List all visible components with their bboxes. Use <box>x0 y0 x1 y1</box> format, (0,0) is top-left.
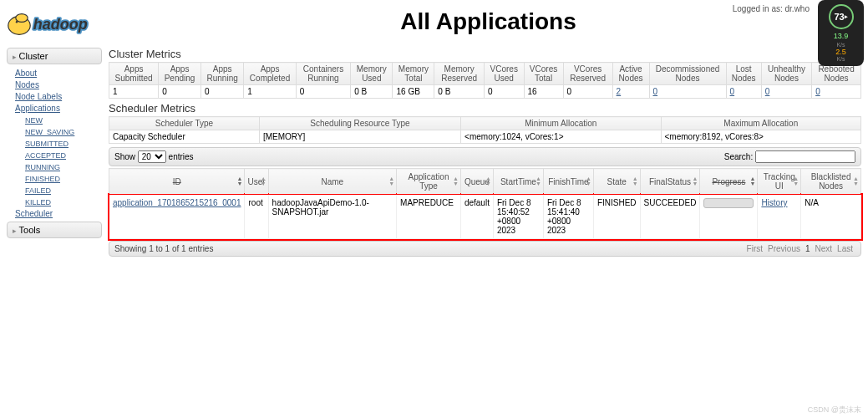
column-header[interactable]: State▲▼ <box>593 169 640 195</box>
datatable-controls: Show 20 entries Search: <box>109 147 861 166</box>
metric-header: VCores Used <box>484 63 524 85</box>
nav-node-labels[interactable]: Node Labels <box>15 91 94 103</box>
entries-label: entries <box>169 152 194 161</box>
metric-value[interactable]: 0 <box>726 85 761 99</box>
table-info: Showing 1 to 1 of 1 entries <box>114 244 213 253</box>
sidebar: Cluster About Nodes Node Labels Applicat… <box>0 46 109 257</box>
cell-state: FINISHED <box>593 195 640 239</box>
column-header[interactable]: ID▲▼ <box>109 169 245 195</box>
column-header[interactable]: Name▲▼ <box>268 169 396 195</box>
search-input[interactable] <box>755 150 855 163</box>
nav-nodes[interactable]: Nodes <box>15 79 94 91</box>
sched-header: Scheduler Type <box>109 117 260 130</box>
metric-value[interactable]: 2 <box>612 85 649 99</box>
progress-bar <box>703 198 754 208</box>
nav-state-killed[interactable]: KILLED <box>25 196 94 208</box>
app-id-link[interactable]: application_1701865215216_0001 <box>113 198 241 207</box>
metric-header: Memory Used <box>351 63 393 85</box>
metric-header: VCores Total <box>524 63 563 85</box>
nav-state-accepted[interactable]: ACCEPTED <box>25 150 94 161</box>
sched-value: [MEMORY] <box>259 130 460 144</box>
sched-value: Capacity Scheduler <box>109 130 260 144</box>
metric-value: 0 <box>484 85 524 99</box>
cluster-panel-head[interactable]: Cluster <box>7 48 102 64</box>
metric-value[interactable]: 0 <box>812 85 861 99</box>
cell-start: Fri Dec 8 15:40:52 +0800 2023 <box>493 195 543 239</box>
cell-final: SUCCEEDED <box>640 195 700 239</box>
cell-type: MAPREDUCE <box>397 195 461 239</box>
sched-value: <memory:1024, vCores:1> <box>461 130 661 144</box>
pager-next[interactable]: Next <box>815 244 833 253</box>
metric-header: Apps Pending <box>159 63 201 85</box>
metric-header: Lost Nodes <box>726 63 761 85</box>
page-length-select[interactable]: 20 <box>138 150 166 163</box>
metric-value: 0 B <box>351 85 393 99</box>
perf-widget: 73▸ 13.9K/s 2.5K/s <box>818 0 864 66</box>
scheduler-metrics-title: Scheduler Metrics <box>109 102 861 115</box>
nav-state-finished[interactable]: FINISHED <box>25 173 94 185</box>
login-status: Logged in as: dr.who <box>733 4 810 13</box>
svg-text:hadoop: hadoop <box>33 16 88 33</box>
pager-previous[interactable]: Previous <box>768 244 800 253</box>
sched-header: Scheduling Resource Type <box>259 117 460 130</box>
column-header[interactable]: Queue▲▼ <box>460 169 493 195</box>
sched-value: <memory:8192, vCores:8> <box>661 130 860 144</box>
metric-value[interactable]: 0 <box>649 85 726 99</box>
cluster-metrics-title: Cluster Metrics <box>109 48 861 60</box>
metric-header: Containers Running <box>296 63 350 85</box>
svg-point-2 <box>16 14 28 23</box>
cell-blacklisted: N/A <box>801 195 861 239</box>
cell-progress <box>700 195 758 239</box>
column-header[interactable]: FinalStatus▲▼ <box>640 169 700 195</box>
column-header[interactable]: FinishTime▲▼ <box>543 169 593 195</box>
cell-finish: Fri Dec 8 15:41:40 +0800 2023 <box>543 195 593 239</box>
column-header[interactable]: Progress▲▼ <box>700 169 758 195</box>
cell-name: hadoopJavaApiDemo-1.0-SNAPSHOT.jar <box>268 195 396 239</box>
sched-header: Maximum Allocation <box>661 117 860 130</box>
metric-header: Unhealthy Nodes <box>761 63 811 85</box>
nav-state-running[interactable]: RUNNING <box>25 161 94 173</box>
metric-value[interactable]: 0 <box>761 85 811 99</box>
column-header[interactable]: Application Type▲▼ <box>397 169 461 195</box>
table-row: application_1701865215216_0001 root hado… <box>109 195 861 239</box>
column-header[interactable]: Tracking UI▲▼ <box>758 169 801 195</box>
metric-value: 16 <box>524 85 563 99</box>
cell-queue: default <box>460 195 493 239</box>
pager-last[interactable]: Last <box>837 244 853 253</box>
metric-value: 16 GB <box>393 85 434 99</box>
hadoop-logo: hadoophadoop <box>0 0 109 46</box>
nav-state-new[interactable]: NEW <box>25 115 94 126</box>
metric-header: Apps Submitted <box>109 63 159 85</box>
column-header[interactable]: User▲▼ <box>245 169 268 195</box>
pager-1[interactable]: 1 <box>805 244 810 253</box>
column-header[interactable]: Blacklisted Nodes▲▼ <box>801 169 861 195</box>
cell-user: root <box>245 195 268 239</box>
show-label: Show <box>114 152 135 161</box>
metric-value: 0 <box>159 85 201 99</box>
metric-header: Apps Completed <box>244 63 296 85</box>
metric-value: 1 <box>244 85 296 99</box>
applications-table: ID▲▼User▲▼Name▲▼Application Type▲▼Queue▲… <box>109 168 861 239</box>
search-label: Search: <box>724 152 753 161</box>
watermark: CSDN @贵沫末 <box>808 405 861 415</box>
nav-applications[interactable]: Applications <box>15 103 94 115</box>
datatable-footer: Showing 1 to 1 of 1 entries FirstPreviou… <box>109 241 861 257</box>
metric-value: 0 <box>201 85 243 99</box>
nav-state-failed[interactable]: FAILED <box>25 185 94 196</box>
metric-value: 1 <box>109 85 159 99</box>
nav-state-submitted[interactable]: SUBMITTED <box>25 138 94 150</box>
metric-value: 0 <box>296 85 350 99</box>
nav-about[interactable]: About <box>15 68 94 79</box>
sched-header: Minimum Allocation <box>461 117 661 130</box>
metric-header: VCores Reserved <box>563 63 612 85</box>
metric-value: 0 B <box>434 85 485 99</box>
scheduler-metrics-table: Scheduler TypeScheduling Resource TypeMi… <box>109 116 861 144</box>
metric-header: Decommissioned Nodes <box>649 63 726 85</box>
column-header[interactable]: StartTime▲▼ <box>493 169 543 195</box>
tracking-link[interactable]: History <box>761 198 787 207</box>
tools-panel-head[interactable]: Tools <box>7 222 102 238</box>
nav-state-new-saving[interactable]: NEW_SAVING <box>25 126 94 138</box>
pager-first[interactable]: First <box>747 244 763 253</box>
nav-scheduler[interactable]: Scheduler <box>15 208 94 220</box>
metric-header: Apps Running <box>201 63 243 85</box>
